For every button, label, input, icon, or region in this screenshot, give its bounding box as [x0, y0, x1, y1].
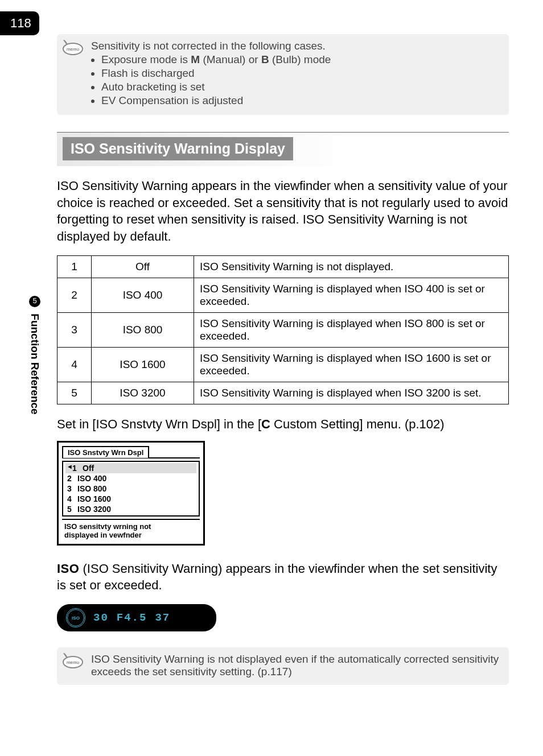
menu-instruction: Set in [ISO Snstvty Wrn Dspl] in the [C …	[57, 417, 509, 432]
opt-num: 3	[67, 484, 77, 493]
opt-num: 2	[67, 474, 77, 483]
lcd-option: 5ISO 3200	[65, 504, 196, 514]
opt-label: ISO 1600	[77, 494, 111, 503]
lcd-option: 2ISO 400	[65, 473, 196, 484]
memo-item: EV Compensation is adjusted	[101, 94, 501, 107]
mode-m-icon: M	[191, 53, 200, 65]
memo-box-bottom: memo ISO Sensitivity Warning is not disp…	[57, 647, 509, 685]
page-content: memo Sensitivity is not corrected in the…	[57, 34, 509, 685]
table-cell: 5	[57, 382, 92, 404]
table-cell: ISO 1600	[92, 347, 194, 382]
lcd-footer-text: ISO sensitvty wrning not displayed in ve…	[62, 519, 200, 540]
table-row: 5 ISO 3200 ISO Sensitivity Warning is di…	[57, 382, 509, 404]
viewfinder-strip: ISO 30 F4.5 37	[57, 604, 216, 631]
chapter-side-tab: 5 Function Reference	[28, 296, 41, 415]
memo-icon: memo	[61, 653, 84, 669]
text: Set in [ISO Snstvty Wrn Dspl] in the [	[57, 417, 261, 431]
opt-num: 5	[67, 505, 77, 514]
table-cell: Off	[92, 255, 194, 278]
opt-label: ISO 800	[77, 484, 106, 493]
table-cell: 1	[57, 255, 92, 278]
chapter-number-circle: 5	[29, 296, 40, 307]
chapter-label: Function Reference	[29, 313, 41, 414]
lcd-option-list: 1Off 2ISO 400 3ISO 800 4ISO 1600 5ISO 32…	[62, 461, 200, 517]
opt-num: 1	[72, 464, 83, 473]
viewfinder-iso-icon: ISO	[66, 608, 85, 627]
memo-item: Flash is discharged	[101, 67, 501, 80]
lcd-option: 4ISO 1600	[65, 494, 196, 504]
memo-intro: Sensitivity is not corrected in the foll…	[91, 40, 501, 52]
table-cell: 4	[57, 347, 92, 382]
text: Exposure mode is	[101, 53, 191, 65]
memo-item: Exposure mode is M (Manual) or B (Bulb) …	[101, 53, 501, 66]
memo-list: Exposure mode is M (Manual) or B (Bulb) …	[91, 53, 501, 107]
text: ISO sensitvty wrning not	[64, 522, 198, 531]
iso-glyph-paragraph: ISO (ISO Sensitivity Warning) appears in…	[57, 560, 509, 594]
svg-text:memo: memo	[67, 47, 80, 52]
text: Custom Setting] menu. (p.102)	[270, 417, 445, 431]
table-row: 3 ISO 800 ISO Sensitivity Warning is dis…	[57, 312, 509, 347]
mode-b-icon: B	[261, 53, 269, 65]
opt-label: Off	[83, 464, 94, 473]
table-cell: ISO Sensitivity Warning is displayed whe…	[194, 382, 509, 404]
lcd-tab-title: ISO Snstvty Wrn Dspl	[62, 446, 149, 458]
svg-text:memo: memo	[67, 660, 80, 665]
lcd-option-selected: 1Off	[65, 463, 196, 473]
iso-ring-text: ISO	[72, 615, 80, 621]
table-cell: ISO Sensitivity Warning is displayed whe…	[194, 347, 509, 382]
section-heading-bar: ISO Sensitivity Warning Display	[57, 132, 509, 166]
memo-item: Auto bracketing is set	[101, 81, 501, 93]
table-cell: ISO Sensitivity Warning is displayed whe…	[194, 278, 509, 312]
table-row: 4 ISO 1600 ISO Sensitivity Warning is di…	[57, 347, 509, 382]
opt-label: ISO 400	[77, 474, 106, 483]
table-row: 1 Off ISO Sensitivity Warning is not dis…	[57, 255, 509, 278]
iso-warning-glyph-icon: ISO	[57, 561, 79, 576]
memo-icon: memo	[61, 40, 84, 56]
lcd-screenshot: ISO Snstvty Wrn Dspl 1Off 2ISO 400 3ISO …	[57, 441, 205, 546]
vf-segment-value: 30	[93, 612, 109, 624]
iso-warning-table: 1 Off ISO Sensitivity Warning is not dis…	[57, 255, 509, 404]
table-cell: ISO 3200	[92, 382, 194, 404]
table-cell: ISO Sensitivity Warning is displayed whe…	[194, 312, 509, 347]
text: displayed in vewfnder	[64, 531, 198, 539]
page-number-tab: 118	[0, 11, 39, 35]
table-cell: ISO Sensitivity Warning is not displayed…	[194, 255, 509, 278]
opt-label: ISO 3200	[77, 505, 111, 514]
intro-paragraph: ISO Sensitivity Warning appears in the v…	[57, 177, 509, 245]
vf-segment-value: 37	[155, 612, 170, 624]
table-cell: 2	[57, 278, 92, 312]
custom-menu-icon: C	[261, 417, 270, 431]
text: (ISO Sensitivity Warning) appears in the…	[57, 561, 497, 593]
memo-box-top: memo Sensitivity is not corrected in the…	[57, 34, 509, 115]
table-row: 2 ISO 400 ISO Sensitivity Warning is dis…	[57, 278, 509, 312]
section-heading: ISO Sensitivity Warning Display	[63, 137, 293, 160]
table-cell: ISO 400	[92, 278, 194, 312]
text: (Bulb) mode	[269, 53, 331, 65]
lcd-option: 3ISO 800	[65, 484, 196, 494]
vf-segment-value: F4.5	[117, 612, 147, 624]
table-cell: ISO 800	[92, 312, 194, 347]
opt-num: 4	[67, 494, 77, 503]
memo-text: ISO Sensitivity Warning is not displayed…	[91, 653, 501, 678]
table-cell: 3	[57, 312, 92, 347]
text: (Manual) or	[200, 53, 261, 65]
